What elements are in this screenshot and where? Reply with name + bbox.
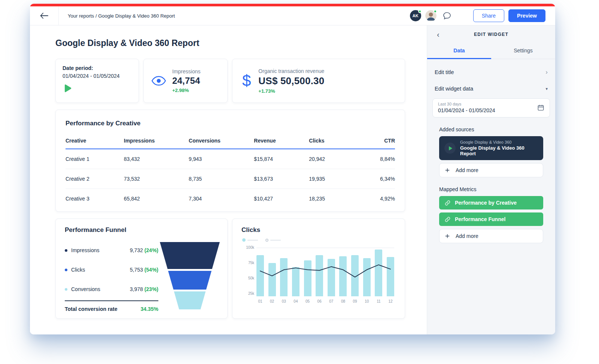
bar-series-dot bbox=[242, 238, 246, 242]
bar bbox=[280, 258, 288, 296]
x-axis-label: 06 bbox=[315, 299, 324, 303]
source-category: Google Display & Video 360 bbox=[460, 140, 538, 144]
back-button[interactable] bbox=[30, 6, 59, 25]
bar bbox=[316, 255, 323, 296]
panel-header: ‹ EDIT WIDGET bbox=[427, 25, 555, 43]
performance-by-creative-card: Performance by Creative CreativeImpressi… bbox=[55, 110, 405, 212]
chevron-down-icon: ▾ bbox=[545, 87, 548, 91]
edit-title-row[interactable]: Edit title › bbox=[432, 64, 550, 80]
table-cell: 4,92% bbox=[361, 189, 395, 209]
report-title: Google Display & Video 360 Report bbox=[55, 38, 405, 48]
online-status-dot bbox=[418, 10, 422, 13]
x-axis-label: 10 bbox=[362, 299, 371, 303]
date-range-value: 01/04/2024 - 01/05/2024 bbox=[438, 107, 495, 113]
funnel-segment bbox=[160, 242, 220, 269]
funnel-legend-item: Conversions3,978 (23%) bbox=[65, 279, 158, 299]
date-preset-label: Last 30 days bbox=[438, 102, 495, 106]
funnel-stage-value: 5,753 (54%) bbox=[130, 267, 158, 273]
user-photo-avatar[interactable] bbox=[425, 10, 437, 21]
table-cell: $13,673 bbox=[254, 169, 309, 189]
column-header: CTR bbox=[361, 133, 395, 149]
top-accent-bar bbox=[30, 4, 555, 6]
edit-title-label: Edit title bbox=[435, 69, 454, 75]
mapped-metric-performance-funnel[interactable]: Performance Funnel bbox=[439, 212, 543, 226]
x-axis-label: 08 bbox=[338, 299, 347, 303]
report-canvas: Google Display & Video 360 Report Date p… bbox=[30, 25, 427, 334]
table-cell: Creative 3 bbox=[66, 189, 124, 209]
funnel-stage-value: 9,732 (24%) bbox=[130, 247, 158, 253]
add-metric-button[interactable]: Add more bbox=[439, 229, 543, 243]
funnel-legend-item: Clicks5,753 (54%) bbox=[65, 260, 158, 279]
x-axis-label: 02 bbox=[268, 299, 277, 303]
legend-line-toggle[interactable] bbox=[265, 239, 281, 242]
table-cell: Creative 2 bbox=[66, 169, 124, 189]
revenue-label: Organic transaction revenue bbox=[258, 68, 324, 74]
legend-line-segment bbox=[270, 240, 281, 241]
table-cell: 8,84% bbox=[361, 149, 395, 169]
y-axis-label: 25k bbox=[241, 291, 254, 296]
funnel-legend-item: Impressions9,732 (24%) bbox=[65, 241, 158, 260]
top-bar: Your reports / Google Display & Video 36… bbox=[30, 6, 555, 25]
bar bbox=[268, 263, 276, 296]
dv360-source-icon bbox=[444, 143, 456, 154]
table-cell: $10,427 bbox=[254, 189, 309, 209]
tab-settings[interactable]: Settings bbox=[491, 43, 555, 59]
x-axis-label: 07 bbox=[327, 299, 336, 303]
x-axis-label: 09 bbox=[350, 299, 359, 303]
dollar-icon: $ bbox=[242, 73, 251, 89]
panel-collapse-chevron-icon[interactable]: ‹ bbox=[437, 31, 440, 38]
bar bbox=[339, 256, 347, 296]
add-source-button[interactable]: Add more bbox=[439, 163, 543, 177]
date-range-picker[interactable]: Last 30 days 01/04/2024 - 01/05/2024 bbox=[432, 98, 550, 117]
calendar-icon[interactable] bbox=[537, 104, 544, 111]
x-axis-label: 01 bbox=[256, 299, 265, 303]
x-axis-label: 05 bbox=[303, 299, 312, 303]
funnel-chart bbox=[160, 242, 220, 310]
tab-data[interactable]: Data bbox=[427, 43, 491, 59]
preview-button[interactable]: Preview bbox=[508, 9, 545, 22]
legend-line-segment bbox=[247, 240, 258, 241]
breadcrumb[interactable]: Your reports / Google Display & Video 36… bbox=[68, 13, 175, 19]
bar bbox=[375, 250, 382, 296]
creative-table-title: Performance by Creative bbox=[66, 120, 395, 127]
source-name: Google Display & Video 360 Report bbox=[460, 145, 538, 156]
bar bbox=[363, 258, 371, 296]
share-button[interactable]: Share bbox=[473, 9, 504, 22]
edit-widget-panel: ‹ EDIT WIDGET Data Settings Edit title ›… bbox=[427, 25, 555, 334]
x-axis-label: 03 bbox=[279, 299, 288, 303]
funnel-stage-label: Conversions bbox=[71, 286, 100, 292]
plus-icon bbox=[444, 167, 450, 173]
stat-cards-row: Date period: 01/04/2024 - 01/05/2024 Imp… bbox=[55, 59, 405, 103]
added-sources-label: Added sources bbox=[439, 126, 543, 132]
y-axis-label: 100k bbox=[241, 245, 254, 250]
app-window: Your reports / Google Display & Video 36… bbox=[30, 4, 555, 334]
table-cell: 9,943 bbox=[189, 149, 254, 169]
clicks-legend bbox=[242, 238, 396, 242]
bar bbox=[387, 257, 394, 296]
y-axis-label: 50k bbox=[241, 276, 254, 280]
avatar-initials[interactable]: AK bbox=[410, 10, 421, 21]
table-cell: $15,874 bbox=[254, 149, 309, 169]
table-cell: Creative 1 bbox=[66, 149, 124, 169]
online-status-dot bbox=[434, 10, 437, 13]
clicks-chart-card: Clicks 100k75k5 bbox=[232, 218, 405, 319]
funnel-stage-value: 3,978 (23%) bbox=[130, 286, 158, 292]
column-header: Creative bbox=[66, 133, 124, 149]
trend-line bbox=[256, 248, 394, 296]
chat-icon[interactable] bbox=[442, 11, 452, 21]
panel-content: Edit title › Edit widget data ▾ Last 30 … bbox=[427, 59, 555, 251]
date-period-value: 01/04/2024 - 01/05/2024 bbox=[63, 73, 132, 79]
source-card-dv360[interactable]: Google Display & Video 360 Google Displa… bbox=[439, 136, 543, 160]
table-cell: 8,735 bbox=[189, 169, 254, 189]
bar bbox=[256, 255, 264, 296]
clicks-title: Clicks bbox=[241, 226, 396, 234]
mapped-metric-performance-by-creative[interactable]: Performance by Creative bbox=[439, 196, 543, 209]
funnel-total-row: Total conversion rate 34.35% bbox=[65, 300, 158, 312]
impressions-value: 24,754 bbox=[172, 76, 200, 86]
plus-icon bbox=[444, 233, 450, 239]
legend-bars-toggle[interactable] bbox=[242, 238, 258, 242]
edit-widget-data-row[interactable]: Edit widget data ▾ bbox=[432, 80, 550, 97]
y-axis-label: 75k bbox=[241, 261, 254, 265]
funnel-legend: Impressions9,732 (24%)Clicks5,753 (54%)C… bbox=[65, 241, 158, 299]
table-cell: 83,432 bbox=[124, 149, 189, 169]
